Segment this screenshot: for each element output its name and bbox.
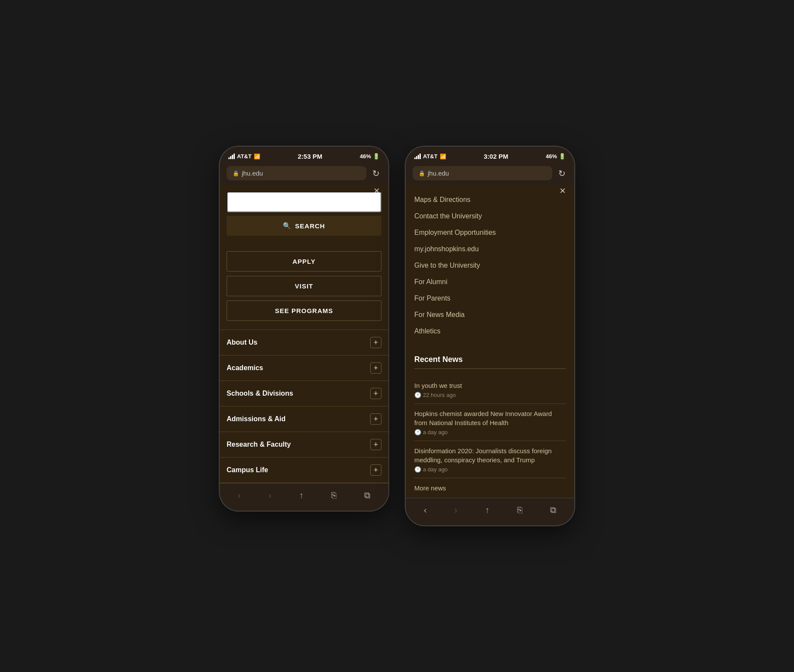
back-button-right[interactable]: ‹ [420, 503, 430, 517]
time-left: 2:53 PM [298, 153, 322, 160]
back-button-left[interactable]: ‹ [234, 489, 244, 502]
news-time-2: 🕐 a day ago [414, 466, 566, 473]
nav-item-about-us[interactable]: About Us + [220, 330, 388, 355]
wifi-icon-left: 📶 [254, 154, 260, 160]
clock-icon-1: 🕐 [414, 429, 421, 435]
time-right: 3:02 PM [483, 153, 508, 160]
carrier-info-right: AT&T 📶 [414, 153, 446, 160]
lock-icon-left: 🔒 [233, 170, 239, 176]
nav-item-admissions-aid[interactable]: Admissions & Aid + [220, 406, 388, 432]
search-icon: 🔍 [283, 222, 291, 230]
forward-button-right[interactable]: › [451, 503, 461, 517]
share-button-left[interactable]: ↑ [296, 489, 307, 502]
forward-button-left[interactable]: › [265, 489, 275, 502]
carrier-left: AT&T [237, 153, 252, 160]
tabs-button-left[interactable]: ⧉ [361, 489, 374, 502]
more-news-link[interactable]: More news [414, 478, 566, 498]
recent-news-title: Recent News [414, 355, 566, 369]
news-title-0: In youth we trust [414, 381, 566, 390]
expand-icon-about-us: + [370, 337, 381, 348]
bookmarks-button-left[interactable]: ⎘ [328, 489, 340, 502]
link-for-news-media[interactable]: For News Media [406, 307, 574, 323]
signal-bars-right [414, 154, 421, 159]
see-programs-button[interactable]: SEE PROGRAMS [227, 301, 381, 321]
clock-icon-2: 🕐 [414, 466, 421, 473]
browser-bar-left: ‹ › ↑ ⎘ ⧉ [220, 483, 388, 511]
url-domain-right: jhu.edu [428, 170, 449, 177]
battery-percent-left: 46% [360, 153, 371, 160]
news-item-1[interactable]: Hopkins chemist awarded New Innovator Aw… [414, 404, 566, 441]
carrier-right: AT&T [423, 153, 438, 160]
link-maps-directions[interactable]: Maps & Directions [406, 192, 574, 208]
battery-percent-right: 46% [546, 153, 557, 160]
link-contact-university[interactable]: Contact the University [406, 208, 574, 224]
recent-news-section: Recent News In youth we trust 🕐 22 hours… [406, 346, 574, 498]
expand-icon-campus: + [370, 464, 381, 476]
battery-icon-right: 🔋 [559, 153, 566, 160]
status-bar-left: AT&T 📶 2:53 PM 46% 🔋 [220, 147, 388, 163]
link-give-university[interactable]: Give to the University [406, 257, 574, 274]
carrier-info-left: AT&T 📶 [228, 153, 260, 160]
close-menu-button-right[interactable]: × [560, 186, 566, 196]
search-section: 🔍 SEARCH [220, 185, 388, 243]
news-item-2[interactable]: Disinformation 2020: Journalists discuss… [414, 441, 566, 478]
wifi-icon-right: 📶 [440, 154, 446, 160]
url-bar-right: 🔒 jhu.edu ↻ [406, 163, 574, 185]
tabs-button-right[interactable]: ⧉ [547, 503, 560, 517]
url-bar-left: 🔒 jhu.edu ↻ [220, 163, 388, 185]
url-domain-left: jhu.edu [242, 170, 263, 177]
signal-bars-left [228, 154, 235, 159]
phone-content-left: × 🔍 SEARCH APPLY VISIT SEE PROGRAMS Abou… [220, 185, 388, 483]
news-title-1: Hopkins chemist awarded New Innovator Aw… [414, 409, 566, 427]
link-employment[interactable]: Employment Opportunities [406, 224, 574, 241]
close-menu-button-left[interactable]: × [374, 186, 380, 196]
battery-info-right: 46% 🔋 [546, 153, 566, 160]
battery-info-left: 46% 🔋 [360, 153, 380, 160]
refresh-button-left[interactable]: ↻ [371, 166, 381, 180]
news-title-2: Disinformation 2020: Journalists discuss… [414, 446, 566, 464]
bookmarks-button-right[interactable]: ⎘ [514, 503, 526, 517]
link-for-alumni[interactable]: For Alumni [406, 274, 574, 290]
nav-item-academics[interactable]: Academics + [220, 355, 388, 381]
news-item-0[interactable]: In youth we trust 🕐 22 hours ago [414, 376, 566, 404]
nav-item-schools-divisions[interactable]: Schools & Divisions + [220, 381, 388, 406]
search-input[interactable] [227, 192, 381, 212]
link-my-jhu[interactable]: my.johnshopkins.edu [406, 241, 574, 257]
expand-icon-admissions: + [370, 413, 381, 425]
expand-icon-research: + [370, 439, 381, 450]
nav-menu-left: About Us + Academics + Schools & Divisio… [220, 330, 388, 483]
lock-icon-right: 🔒 [419, 170, 425, 176]
refresh-button-right[interactable]: ↻ [557, 166, 567, 180]
news-time-0: 🕐 22 hours ago [414, 392, 566, 398]
apply-button[interactable]: APPLY [227, 251, 381, 272]
visit-button[interactable]: VISIT [227, 276, 381, 296]
battery-icon-left: 🔋 [373, 153, 380, 160]
url-field-right[interactable]: 🔒 jhu.edu [413, 166, 552, 180]
expand-icon-academics: + [370, 362, 381, 374]
status-bar-right: AT&T 📶 3:02 PM 46% 🔋 [406, 147, 574, 163]
search-button[interactable]: 🔍 SEARCH [227, 216, 381, 236]
phone-content-right: × Maps & Directions Contact the Universi… [406, 185, 574, 498]
action-buttons: APPLY VISIT SEE PROGRAMS [220, 243, 388, 330]
url-field-left[interactable]: 🔒 jhu.edu [227, 166, 366, 180]
share-button-right[interactable]: ↑ [482, 503, 493, 517]
expand-icon-schools: + [370, 388, 381, 399]
link-for-parents[interactable]: For Parents [406, 290, 574, 307]
browser-bar-right: ‹ › ↑ ⎘ ⧉ [406, 498, 574, 525]
news-time-1: 🕐 a day ago [414, 429, 566, 435]
nav-item-campus-life[interactable]: Campus Life + [220, 458, 388, 483]
links-menu: Maps & Directions Contact the University… [406, 185, 574, 346]
nav-item-research-faculty[interactable]: Research & Faculty + [220, 432, 388, 458]
link-athletics[interactable]: Athletics [406, 323, 574, 339]
clock-icon-0: 🕐 [414, 392, 421, 398]
